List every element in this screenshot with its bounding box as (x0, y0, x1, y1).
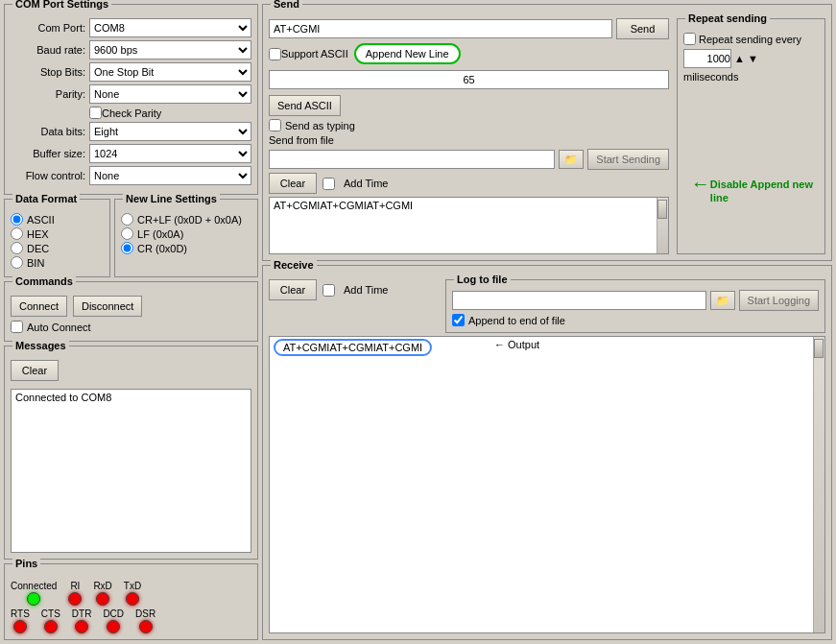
pin-rts-label: RTS (11, 608, 30, 619)
receive-box: Receive Clear Add Time Log to file (262, 265, 832, 640)
send-title: Send (271, 0, 302, 10)
append-new-line-button[interactable]: Append New Line (354, 43, 461, 64)
repeat-sending-title: Repeat sending (685, 12, 770, 24)
send-scroll-thumb[interactable] (657, 200, 667, 219)
dec-radio[interactable] (11, 242, 23, 254)
send-button[interactable]: Send (616, 18, 669, 39)
connect-button[interactable]: Connect (11, 296, 67, 317)
com-port-select[interactable]: COM8 (89, 18, 251, 37)
pin-txd-label: TxD (124, 581, 141, 591)
add-time-checkbox[interactable] (322, 178, 335, 190)
hex-label: HEX (27, 228, 49, 240)
data-format-title: Data Format (12, 193, 80, 204)
start-sending-button[interactable]: Start Sending (587, 149, 669, 170)
buffer-size-label: Buffer size: (11, 148, 85, 159)
receive-clear-button[interactable]: Clear (269, 279, 317, 300)
log-to-file-title: Log to file (454, 274, 511, 285)
commands-box: Commands Connect Disconnect Auto Connect (4, 281, 258, 342)
crlf-label: CR+LF (0x0D + 0x0A) (137, 214, 242, 226)
arrow-left: ← (494, 339, 505, 350)
send-as-typing-label: Send as typing (285, 120, 355, 131)
pin-ri-label: RI (70, 581, 80, 591)
repeat-millis-input[interactable] (683, 49, 731, 68)
baud-rate-select[interactable]: 9600 bps (89, 40, 251, 60)
messages-box: Messages Clear Connected to COM8 (4, 346, 258, 560)
pin-dcd-led (107, 620, 120, 633)
repeat-sending-checkbox[interactable] (683, 33, 696, 45)
stop-bits-select[interactable]: One Stop Bit (89, 62, 251, 82)
pin-rxd: RxD (93, 581, 111, 606)
receive-scroll-thumb[interactable] (814, 339, 824, 358)
log-browse-icon: 📁 (716, 295, 729, 307)
cr-radio[interactable] (121, 242, 133, 254)
send-scrollbar[interactable] (657, 198, 668, 253)
flow-control-select[interactable]: None (89, 166, 251, 185)
auto-connect-checkbox[interactable] (11, 321, 23, 333)
pin-connected: Connected (11, 581, 57, 606)
pin-dcd-label: DCD (103, 608, 124, 619)
disconnect-button[interactable]: Disconnect (73, 296, 142, 317)
pin-connected-led (27, 592, 40, 606)
parity-select[interactable]: None (89, 84, 251, 104)
commands-title: Commands (12, 275, 76, 287)
pins-title: Pins (12, 558, 40, 569)
check-parity-label: Check Parity (102, 107, 161, 119)
send-input[interactable]: AT+CGMI (269, 19, 612, 38)
send-file-browse-button[interactable]: 📁 (559, 150, 584, 169)
lf-label: LF (0x0A) (137, 228, 183, 240)
auto-connect-label: Auto Connect (27, 322, 91, 333)
output-arrow-label: ← Output (494, 339, 539, 350)
log-to-file-box: Log to file 📁 Start Logging Append to en… (445, 279, 825, 333)
bin-radio[interactable] (11, 256, 23, 269)
support-ascii-label: Support ASCII (281, 48, 348, 60)
receive-output-oval: AT+CGMIAT+CGMIAT+CGMI (274, 339, 432, 356)
pin-dsr: DSR (135, 608, 155, 633)
baud-rate-label: Baud rate: (11, 44, 85, 56)
pin-txd-led (126, 592, 139, 606)
messages-title: Messages (12, 340, 69, 351)
check-parity-checkbox[interactable] (89, 107, 102, 119)
parity-label: Parity: (11, 88, 85, 100)
pin-cts-led (44, 620, 58, 633)
com-port-title: COM Port Settings (12, 0, 111, 10)
support-ascii-checkbox[interactable] (269, 48, 281, 60)
receive-scrollbar[interactable] (813, 337, 824, 632)
receive-add-time-checkbox[interactable] (322, 284, 335, 297)
repeat-sending-every-label: Repeat sending every (699, 34, 801, 45)
messages-clear-button[interactable]: Clear (11, 360, 59, 381)
ascii-radio[interactable] (11, 213, 23, 226)
send-ascii-button[interactable]: Send ASCII (269, 95, 341, 116)
number-input[interactable] (269, 70, 669, 89)
buffer-size-select[interactable]: 1024 (89, 144, 251, 163)
repeat-sending-box: Repeat sending Repeat sending every ▲ ▼ (677, 18, 825, 254)
send-clear-button[interactable]: Clear (269, 173, 317, 194)
data-bits-select[interactable]: Eight (89, 122, 251, 141)
hex-radio[interactable] (11, 227, 23, 240)
log-file-browse-button[interactable]: 📁 (710, 291, 735, 310)
send-box: Send AT+CGMI Send Support ASCII (262, 4, 832, 261)
start-logging-button[interactable]: Start Logging (739, 290, 819, 311)
send-as-typing-checkbox[interactable] (269, 119, 281, 131)
pin-cts-label: CTS (41, 608, 60, 619)
pin-rxd-led (96, 592, 109, 606)
append-to-end-checkbox[interactable] (452, 314, 465, 326)
pins-box: Pins Connected RI RxD TxD (4, 563, 258, 640)
pin-dtr-label: DTR (72, 608, 92, 619)
messages-output: Connected to COM8 (11, 389, 251, 553)
new-line-settings-box: New Line Settings CR+LF (0x0D + 0x0A) LF… (114, 199, 258, 277)
send-file-input[interactable] (269, 150, 555, 169)
lf-radio[interactable] (121, 227, 133, 240)
flow-control-label: Flow control: (11, 170, 85, 181)
stop-bits-label: Stop Bits: (11, 66, 85, 78)
receive-title: Receive (271, 259, 317, 271)
crlf-radio[interactable] (121, 213, 133, 226)
dec-label: DEC (27, 243, 49, 254)
receive-output-text: AT+CGMIAT+CGMIAT+CGMI (283, 342, 422, 353)
pin-ri-led (68, 592, 82, 606)
cr-label: CR (0x0D) (137, 243, 187, 254)
log-file-input[interactable] (452, 291, 706, 310)
send-output-text: AT+CGMIAT+CGMIAT+CGMI (274, 200, 413, 211)
receive-add-time-label: Add Time (344, 284, 388, 296)
ascii-label: ASCII (27, 214, 55, 226)
receive-output-container: AT+CGMIAT+CGMIAT+CGMI ← Output (269, 336, 825, 633)
